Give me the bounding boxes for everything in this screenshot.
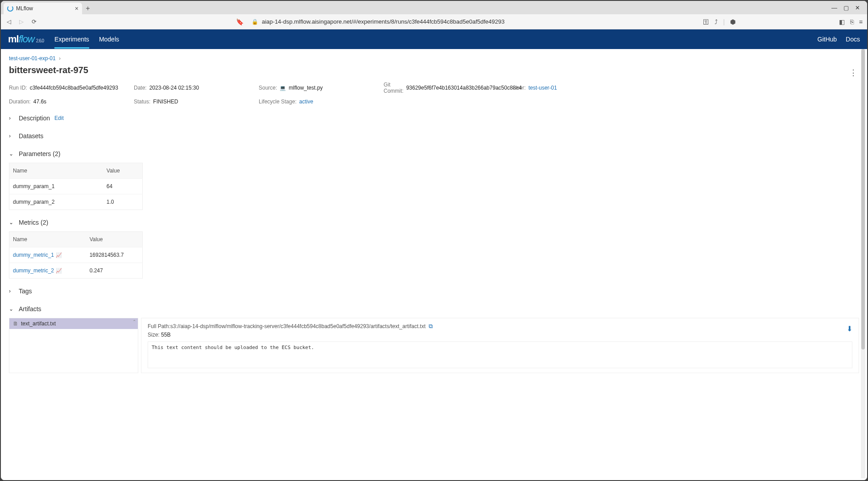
description-edit-link[interactable]: Edit: [54, 115, 64, 121]
artifact-text-content: This text content should be uploaded to …: [148, 341, 852, 368]
tab-title: MLflow: [16, 5, 33, 12]
url-text: aiap-14-dsp.mlflow.aisingapore.net/#/exp…: [262, 18, 504, 25]
chevron-down-icon: ⌄: [9, 219, 14, 226]
metric-value: 0.247: [86, 263, 143, 279]
mlflow-logo: mlflow 2.6.0: [8, 33, 44, 45]
status-value: FINISHED: [153, 99, 178, 105]
chevron-down-icon: ⌄: [9, 151, 14, 157]
section-description-title: Description: [19, 115, 50, 122]
reload-button[interactable]: ⟳: [30, 18, 37, 25]
close-tab-icon[interactable]: ×: [75, 5, 79, 12]
tab-favicon-icon: [7, 5, 13, 12]
date-value: 2023-08-24 02:15:30: [149, 85, 199, 91]
caret-up-icon: ⌃: [132, 319, 136, 324]
chart-icon[interactable]: 📈: [56, 268, 62, 273]
table-row: dummy_param_2 1.0: [9, 194, 143, 210]
breadcrumb: test-user-01-exp-01 ›: [9, 55, 859, 62]
lock-icon: 🔒: [252, 19, 258, 25]
page-body: test-user-01-exp-01 › bittersweet-rat-97…: [1, 49, 867, 480]
share-icon[interactable]: ⤴: [715, 18, 718, 25]
download-artifact-button[interactable]: ⬇: [847, 325, 852, 333]
address-bar: ◁ ▷ ⟳ 🔖 🔒 aiap-14-dsp.mlflow.aisingapore…: [1, 14, 867, 29]
nav-docs[interactable]: Docs: [846, 36, 860, 43]
run-title: bittersweet-rat-975: [9, 65, 859, 75]
chart-icon[interactable]: 📈: [56, 252, 62, 258]
scrollbar[interactable]: [861, 49, 865, 478]
browser-tab-strip: MLflow × + — ▢ ✕: [1, 1, 867, 14]
chevron-right-icon: ›: [59, 55, 61, 62]
metric-link[interactable]: dummy_metric_1: [13, 252, 54, 258]
section-metrics-header[interactable]: ⌄ Metrics (2): [9, 217, 859, 228]
col-value: Value: [86, 232, 143, 247]
mlflow-topnav: mlflow 2.6.0 Experiments Models GitHub D…: [1, 29, 867, 49]
duration-value: 47.6s: [33, 99, 46, 105]
forward-button[interactable]: ▷: [18, 18, 25, 25]
table-row: dummy_metric_1📈 1692814563.7: [9, 247, 143, 263]
section-artifacts-title: Artifacts: [19, 305, 41, 312]
run-id-label: Run ID:: [9, 85, 27, 91]
sidebar-toggle-icon[interactable]: ◧: [839, 18, 845, 25]
status-label: Status:: [134, 99, 150, 105]
full-path-value: s3://aiap-14-dsp/mlflow/mlflow-tracking-…: [170, 323, 426, 329]
lifecycle-value[interactable]: active: [299, 99, 313, 105]
close-window-button[interactable]: ✕: [855, 4, 860, 11]
new-tab-button[interactable]: +: [82, 3, 94, 14]
artifact-viewer: ⬇ Full Path:s3://aiap-14-dsp/mlflow/mlfl…: [141, 318, 859, 373]
bookmark-icon[interactable]: 🔖: [236, 18, 244, 25]
breadcrumb-experiment-link[interactable]: test-user-01-exp-01: [9, 55, 56, 62]
artifact-file-name: text_artifact.txt: [21, 321, 56, 327]
menu-icon[interactable]: ≡: [859, 18, 863, 25]
section-datasets-title: Datasets: [19, 132, 43, 140]
url-region[interactable]: 🔖 🔒 aiap-14-dsp.mlflow.aisingapore.net/#…: [43, 18, 698, 25]
chevron-right-icon: ›: [9, 115, 14, 121]
full-path-label: Full Path:: [148, 323, 170, 329]
section-artifacts-header[interactable]: ⌄ Artifacts: [9, 304, 859, 314]
chevron-right-icon: ›: [9, 288, 14, 294]
section-datasets-header[interactable]: › Datasets: [9, 131, 859, 141]
chevron-down-icon: ⌄: [9, 306, 14, 312]
nav-experiments[interactable]: Experiments: [54, 30, 89, 48]
param-value: 1.0: [103, 194, 143, 210]
section-parameters-header[interactable]: ⌄ Parameters (2): [9, 148, 859, 159]
param-name: dummy_param_1: [9, 179, 103, 194]
scrollbar-thumb[interactable]: [861, 49, 865, 349]
divider: |: [723, 18, 725, 25]
duration-label: Duration:: [9, 99, 31, 105]
run-actions-menu[interactable]: ⋮: [849, 68, 857, 78]
copy-path-button[interactable]: ⧉: [429, 323, 433, 329]
key-icon[interactable]: ⚿: [703, 18, 709, 25]
size-value: 55B: [161, 332, 170, 338]
run-metadata: Run ID: c3fe444fcb594c8bad5e0af5dfe49293…: [9, 82, 859, 105]
section-description-header[interactable]: › Description Edit: [9, 113, 859, 123]
col-name: Name: [9, 163, 103, 179]
section-parameters-title: Parameters (2): [19, 150, 60, 157]
nav-models[interactable]: Models: [99, 30, 119, 48]
parameters-table: Name Value dummy_param_1 64 dummy_param_…: [9, 163, 143, 210]
run-id-value: c3fe444fcb594c8bad5e0af5dfe49293: [30, 85, 118, 91]
install-app-icon[interactable]: ⎘: [850, 18, 854, 25]
user-link[interactable]: test-user-01: [529, 85, 557, 91]
maximize-button[interactable]: ▢: [843, 4, 849, 11]
metrics-table: Name Value dummy_metric_1📈 1692814563.7 …: [9, 231, 143, 279]
artifact-file-item[interactable]: 🗎 text_artifact.txt ⌃: [9, 318, 138, 329]
minimize-button[interactable]: —: [831, 4, 837, 11]
brave-shield-icon[interactable]: ⬢: [730, 18, 736, 25]
user-label: User:: [513, 85, 526, 91]
source-value: mlflow_test.py: [289, 85, 322, 91]
section-metrics-title: Metrics (2): [19, 219, 48, 226]
source-label: Source:: [259, 85, 277, 91]
table-row: dummy_param_1 64: [9, 179, 143, 194]
git-commit-label: Git Commit:: [384, 82, 404, 94]
section-tags-title: Tags: [19, 288, 32, 295]
col-value: Value: [103, 163, 143, 179]
metric-link[interactable]: dummy_metric_2: [13, 267, 54, 274]
col-name: Name: [9, 232, 86, 247]
git-commit-value: 93629e5f6f7e4b163014a83b266ab79ac50c88e4: [406, 85, 522, 91]
window-controls: — ▢ ✕: [827, 1, 864, 14]
section-tags-header[interactable]: › Tags: [9, 286, 859, 296]
nav-github[interactable]: GitHub: [818, 36, 837, 43]
browser-tab[interactable]: MLflow ×: [4, 3, 82, 14]
table-row: dummy_metric_2📈 0.247: [9, 263, 143, 279]
back-button[interactable]: ◁: [5, 18, 12, 25]
version-label: 2.6.0: [36, 38, 44, 43]
